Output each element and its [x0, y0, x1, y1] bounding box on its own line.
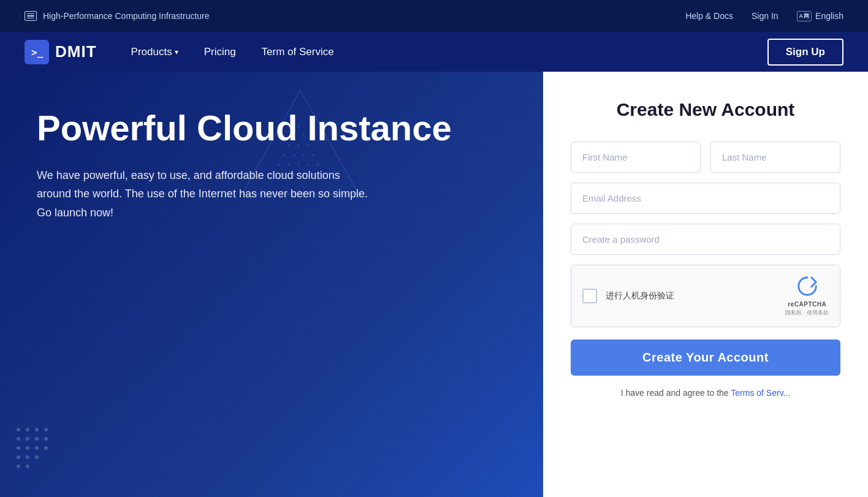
nav-bar: >_ DMIT Products ▾ Pricing Term of Servi… — [0, 32, 868, 72]
recaptcha-logo-icon — [785, 275, 829, 301]
nav-signup-button[interactable]: Sign Up — [767, 39, 843, 66]
svg-point-30 — [44, 437, 48, 441]
svg-point-34 — [44, 446, 48, 450]
svg-point-39 — [26, 465, 29, 468]
create-account-button[interactable]: Create Your Account — [571, 340, 840, 376]
svg-point-32 — [26, 446, 29, 450]
svg-text:>_: >_ — [31, 47, 44, 58]
hero-section: Powerful Cloud Instance We have powerful… — [0, 72, 543, 247]
recaptcha-label: 进行人机身份验证 — [606, 290, 674, 302]
svg-point-23 — [17, 428, 20, 431]
svg-point-31 — [17, 446, 20, 450]
main-content: Powerful Cloud Instance We have powerful… — [0, 72, 868, 497]
help-docs-link[interactable]: Help & Docs — [685, 11, 733, 21]
svg-point-27 — [17, 437, 20, 441]
language-selector[interactable]: A网 English — [797, 11, 843, 21]
first-name-input[interactable] — [571, 142, 701, 173]
nav-pricing[interactable]: Pricing — [194, 41, 246, 63]
recaptcha-brand-text: reCAPTCHA — [785, 301, 829, 308]
lang-icon: A网 — [797, 11, 812, 21]
recaptcha-checkbox[interactable] — [582, 289, 597, 303]
hero-subtitle: We have powerful, easy to use, and affor… — [37, 166, 374, 222]
svg-point-24 — [26, 428, 29, 431]
signup-form: 进行人机身份验证 reCAPTCHA 隐私权 · 使用条款 Create You… — [571, 142, 840, 398]
hero-title: Powerful Cloud Instance — [37, 108, 506, 148]
svg-point-33 — [35, 446, 39, 450]
form-panel: Create New Account — [543, 72, 868, 497]
bottom-dots — [12, 423, 110, 485]
svg-point-35 — [17, 455, 20, 459]
nav-left: >_ DMIT Products ▾ Pricing Term of Servi… — [25, 40, 344, 64]
nav-links: Products ▾ Pricing Term of Service — [121, 41, 344, 63]
first-name-field — [571, 142, 701, 173]
logo-text: DMIT — [55, 42, 97, 61]
terms-prefix: I have read and agree to the — [621, 388, 731, 398]
top-bar-brand: High-Performance Computing Infrastructur… — [25, 11, 210, 21]
recaptcha-left: 进行人机身份验证 — [582, 289, 674, 303]
form-title: Create New Account — [571, 99, 840, 120]
language-label: English — [815, 11, 843, 21]
svg-point-26 — [44, 428, 48, 431]
top-bar-actions: Help & Docs Sign In A网 English — [685, 11, 843, 21]
sign-in-link[interactable]: Sign In — [752, 11, 779, 21]
logo[interactable]: >_ DMIT — [25, 40, 97, 64]
chevron-down-icon: ▾ — [175, 48, 178, 56]
last-name-input[interactable] — [710, 142, 840, 173]
password-field-wrapper — [571, 224, 840, 255]
last-name-field — [710, 142, 840, 173]
server-icon — [25, 11, 37, 21]
logo-icon: >_ — [25, 40, 49, 64]
terms-link[interactable]: Terms of Serv... — [731, 388, 790, 398]
svg-point-29 — [35, 437, 39, 441]
svg-point-25 — [35, 428, 39, 431]
recaptcha-right: reCAPTCHA 隐私权 · 使用条款 — [785, 275, 829, 317]
top-bar: High-Performance Computing Infrastructur… — [0, 0, 868, 32]
password-input[interactable] — [571, 224, 840, 255]
recaptcha-sub-text: 隐私权 · 使用条款 — [785, 309, 829, 317]
svg-point-38 — [17, 465, 20, 468]
email-field-wrapper — [571, 183, 840, 214]
svg-point-28 — [26, 437, 29, 441]
email-input[interactable] — [571, 183, 840, 214]
nav-tos[interactable]: Term of Service — [252, 41, 344, 63]
nav-products[interactable]: Products ▾ — [121, 41, 188, 63]
name-row — [571, 142, 840, 173]
terms-text: I have read and agree to the Terms of Se… — [571, 388, 840, 398]
top-bar-brand-text: High-Performance Computing Infrastructur… — [43, 11, 210, 21]
svg-point-36 — [26, 455, 29, 459]
svg-point-37 — [35, 455, 39, 459]
recaptcha-widget[interactable]: 进行人机身份验证 reCAPTCHA 隐私权 · 使用条款 — [571, 265, 840, 327]
